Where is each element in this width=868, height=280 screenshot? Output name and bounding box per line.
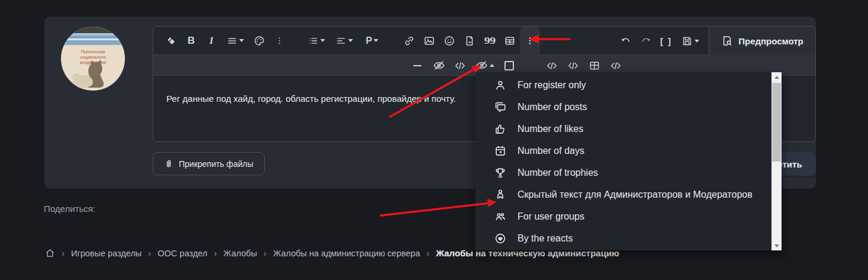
code-icon (546, 60, 558, 72)
font-size-button[interactable] (221, 31, 249, 51)
menu-item-by-the-reacts[interactable]: By the reacts (475, 227, 782, 249)
menu-item-number-of-posts[interactable]: Number of posts (475, 96, 782, 118)
chevron-down-icon (348, 39, 353, 42)
share-label: Поделиться: (44, 204, 95, 214)
breadcrumb-separator: › (214, 248, 217, 258)
table-icon (504, 35, 516, 47)
chevron-up-icon (490, 64, 494, 67)
forum-reply-page: Психология социального воздействия B I (0, 0, 868, 280)
undo-icon (620, 35, 632, 47)
menu-item-number-of-likes[interactable]: Number of likes (475, 118, 782, 140)
paragraph-glyph: P (366, 36, 372, 46)
menu-item-for-user-groups[interactable]: For user groups (475, 205, 782, 227)
breadcrumb-item[interactable]: ООС раздел (157, 249, 207, 258)
avatar-art-band (61, 33, 125, 45)
smilies-button[interactable] (439, 31, 459, 51)
days-icon (494, 144, 507, 157)
breadcrumb-item[interactable]: Жалобы на администрацию сервера (273, 249, 420, 258)
vertical-dots-icon (525, 36, 535, 46)
image-icon (423, 35, 435, 47)
breadcrumb-item[interactable]: Игровые разделы (71, 249, 142, 258)
editor-toolbar-main: B I (153, 27, 815, 55)
posts-icon (494, 101, 507, 114)
chevron-down-icon (695, 40, 699, 43)
eye-off-icon (433, 59, 445, 72)
attach-files-label: Прикрепить файлы (179, 159, 253, 169)
insert-table-button[interactable] (500, 31, 520, 51)
paragraph-format-button[interactable]: P (358, 31, 386, 51)
arrow-to-admin-mod-item (381, 204, 487, 216)
history-group: [ ] (616, 27, 704, 55)
likes-icon (494, 123, 507, 136)
media-document-icon (464, 35, 475, 47)
palette-icon (253, 35, 265, 47)
link-icon (403, 35, 415, 47)
code-icon (454, 60, 466, 72)
smiley-icon (443, 35, 455, 47)
toggle-bbcode-button[interactable]: [ ] (656, 31, 676, 51)
avatar-cats-art (65, 59, 121, 89)
breadcrumb-separator: › (148, 248, 151, 258)
inline-code-button[interactable] (449, 55, 471, 76)
hide-text-dropdown-menu: For register only Number of posts Number… (475, 72, 782, 250)
preview-label: Предпросмотр (738, 36, 803, 46)
breadcrumb-item[interactable]: Жалобы (223, 249, 257, 258)
list-button[interactable] (303, 31, 330, 51)
user-groups-icon (494, 210, 507, 223)
italic-button[interactable]: I (201, 31, 221, 51)
person-icon (494, 79, 507, 92)
redo-icon (640, 35, 652, 47)
bullet-list-icon (308, 36, 319, 46)
breadcrumb-separator: › (426, 248, 429, 258)
save-icon (681, 36, 693, 47)
trophies-icon (494, 166, 507, 179)
drafts-button[interactable] (676, 31, 704, 51)
bold-button[interactable]: B (181, 31, 201, 51)
breadcrumb-separator: › (62, 248, 65, 258)
horizontal-rule-button[interactable] (407, 55, 428, 76)
reacts-icon (494, 232, 507, 245)
chevron-down-icon (320, 39, 325, 42)
dropdown-scrollbar[interactable] (771, 72, 782, 250)
square-outline-icon (504, 61, 514, 70)
align-left-icon (336, 36, 346, 46)
admin-mod-icon (494, 188, 507, 201)
hide-text-button[interactable] (428, 55, 449, 76)
home-icon[interactable] (45, 248, 55, 258)
font-size-icon (227, 36, 237, 46)
more-text-options-button[interactable] (269, 31, 290, 51)
text-color-button[interactable] (249, 31, 269, 51)
more-tools-button[interactable] (520, 27, 540, 55)
chevron-down-icon (239, 39, 244, 42)
code-icon (567, 60, 579, 72)
menu-item-hidden-for-admins-mods[interactable]: Скрытый текст для Администраторов и Моде… (475, 184, 782, 205)
eye-off-icon (475, 59, 488, 72)
menu-item-number-of-trophies[interactable]: Number of trophies (475, 162, 782, 184)
menu-item-number-of-days[interactable]: Number of days (475, 140, 782, 162)
minus-icon (413, 65, 422, 66)
document-preview-icon (721, 35, 733, 47)
vertical-dots-icon (274, 36, 285, 46)
avatar[interactable]: Психология социального воздействия (61, 27, 125, 91)
table-icon (589, 60, 600, 72)
eraser-icon (165, 35, 177, 47)
redo-button[interactable] (636, 31, 656, 51)
breadcrumb-separator: › (263, 248, 266, 258)
insert-image-button[interactable] (419, 31, 439, 51)
scroll-down-icon[interactable] (771, 241, 782, 250)
avatar-art-top (61, 27, 125, 33)
quote-button[interactable]: 99 (480, 31, 500, 51)
scrollbar-thumb[interactable] (772, 83, 781, 162)
remove-format-button[interactable] (161, 31, 181, 51)
align-button[interactable] (330, 31, 358, 51)
preview-button[interactable]: Предпросмотр (709, 27, 815, 55)
paperclip-icon (164, 159, 173, 169)
code-icon (610, 60, 622, 72)
insert-link-button[interactable] (399, 31, 419, 51)
insert-media-button[interactable] (459, 31, 480, 51)
chevron-down-icon (374, 39, 378, 42)
undo-button[interactable] (616, 31, 636, 51)
menu-item-register-only[interactable]: For register only (475, 74, 782, 96)
scroll-up-icon[interactable] (771, 72, 782, 82)
attach-files-button[interactable]: Прикрепить файлы (153, 152, 265, 175)
